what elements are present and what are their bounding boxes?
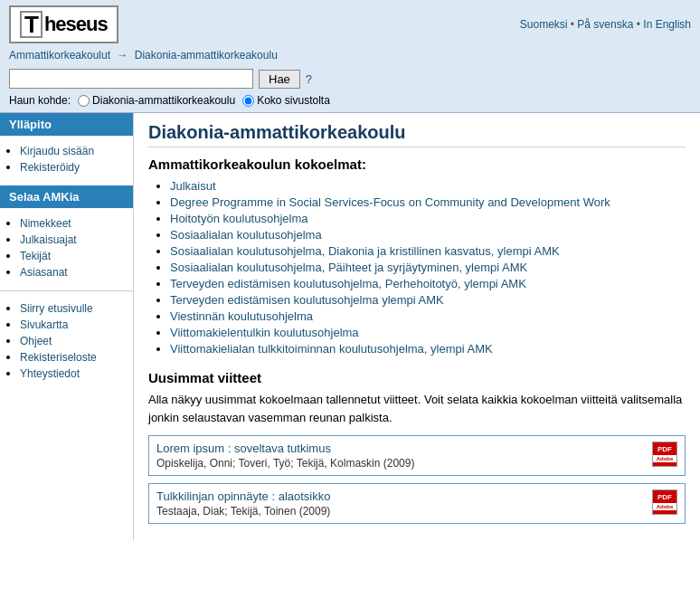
ref-card-left: Tulkkilinjan opinnäyte : alaotsikko Test… [156,489,645,518]
list-item: Tekijät [20,249,133,262]
lang-suomeksi[interactable]: Suomeksi [520,18,568,31]
list-item: Julkaisuajat [20,233,133,246]
pdf-icon[interactable]: PDF Adobe [652,442,677,467]
list-item: Sosiaalialan koulutusohjelma, Päihteet j… [170,261,686,274]
ref-card-left: Lorem ipsum : soveltava tutkimus Opiskel… [156,442,645,470]
main-layout: Ylläpito Kirjaudu sisään Rekisteröidy Se… [0,113,700,540]
scope-option2-radio[interactable] [242,95,254,107]
collections-list: Julkaisut Degree Programme in Social Ser… [148,179,686,356]
list-item: Julkaisut [170,179,686,193]
collection-viittomakieli[interactable]: Viittomakielentulkin koulutusohjelma [170,326,359,339]
nav-list: Siirry etusivulle Sivukartta Ohjeet Reki… [0,297,133,385]
collections-heading: Ammattikorkeakoulun kokoelmat: [148,157,686,172]
ref-title-link[interactable]: Tulkkilinjan opinnäyte : alaotsikko [156,489,330,503]
search-input[interactable] [9,69,253,89]
rekisteroidy-link[interactable]: Rekisteröidy [20,161,80,174]
list-item: Sosiaalialan koulutusohjelma, Diakonia j… [170,244,686,258]
newest-heading: Uusimmat viitteet [148,370,686,385]
list-item: Degree Programme in Social Services-Focu… [170,195,686,209]
logo-text: heseus [44,13,108,36]
list-item: Yhteystiedot [20,366,133,380]
adobe-label: Adobe [653,503,676,510]
asiasanat-link[interactable]: Asiasanat [20,266,68,279]
list-item: Terveyden edistämisen koulutusohjelma yl… [170,293,686,307]
tekijat-link[interactable]: Tekijät [20,250,51,262]
list-item: Rekisteröidy [20,160,133,174]
pdf-label: PDF [657,494,672,501]
ref-title-link[interactable]: Lorem ipsum : soveltava tutkimus [156,442,331,455]
lang-english[interactable]: In English [643,18,691,31]
collection-hoitotyo[interactable]: Hoitotyön koulutusohjelma [170,212,307,225]
rekisteriseloste-link[interactable]: Rekisteriseloste [20,351,97,364]
sivukartta-link[interactable]: Sivukartta [20,318,68,331]
breadcrumb-current[interactable]: Diakonia-ammattikorkeakoulu [135,49,278,62]
ref-meta: Opiskelija, Onni; Toveri, Työ; Tekijä, K… [156,457,645,470]
collection-sosiaaliala-paihteet[interactable]: Sosiaalialan koulutusohjelma, Päihteet j… [170,261,527,274]
list-item: Asiasanat [20,265,133,279]
help-link[interactable]: ? [306,72,312,86]
scope-option1-radio[interactable] [78,95,90,107]
list-item: Terveyden edistämisen koulutusohjelma, P… [170,277,686,290]
scope-option2-label[interactable]: Koko sivustolta [242,94,330,107]
search-bar: Hae ? [9,65,691,94]
list-item: Sosiaalialan koulutusohjelma [170,228,686,242]
page-title: Diakonia-ammattikorkeakoulu [148,122,686,147]
top-bar: Theseus Suomeksi • På svenska • In Engli… [0,0,700,113]
lang-svenska[interactable]: På svenska [577,18,633,31]
list-item: Rekisteriseloste [20,350,133,364]
header-row: Theseus Suomeksi • På svenska • In Engli… [9,5,691,43]
list-item: Siirry etusivulle [20,301,133,315]
pdf-icon[interactable]: PDF Adobe [652,489,677,515]
selaa-title: Selaa AMKia [0,185,133,208]
scope-label: Haun kohde: [9,94,71,107]
pdf-label: PDF [657,446,672,453]
yllapito-list: Kirjaudu sisään Rekisteröidy [0,139,133,178]
ohjeet-link[interactable]: Ohjeet [20,335,52,347]
scope-option1-text: Diakonia-ammattikorkeakoulu [92,94,235,107]
yllapito-title: Ylläpito [0,113,133,136]
collection-viestinta[interactable]: Viestinnän koulutusohjelma [170,309,313,323]
breadcrumb-separator: → [117,49,128,62]
list-item: Viittomakielialan tulkkitoiminnan koulut… [170,342,686,356]
collection-sosiaaliala[interactable]: Sosiaalialan koulutusohjelma [170,228,322,242]
collection-sosiaaliala-diakonia[interactable]: Sosiaalialan koulutusohjelma, Diakonia j… [170,244,560,258]
collection-julkaisut[interactable]: Julkaisut [170,179,216,193]
selaa-list: Nimekkeet Julkaisuajat Tekijät Asiasanat [0,212,133,283]
list-item: Ohjeet [20,334,133,347]
sidebar: Ylläpito Kirjaudu sisään Rekisteröidy Se… [0,113,134,540]
logo: Theseus [9,5,118,43]
list-item: Sivukartta [20,318,133,331]
etusivu-link[interactable]: Siirry etusivulle [20,302,93,315]
search-button[interactable]: Hae [259,70,300,89]
ref-meta: Testaaja, Diak; Tekijä, Toinen (2009) [156,505,645,518]
newest-section: Uusimmat viitteet Alla näkyy uusimmat ko… [148,370,686,524]
ref-card: Lorem ipsum : soveltava tutkimus Opiskel… [148,435,686,476]
breadcrumb: Ammattikorkeakoulut → Diakonia-ammattiko… [9,47,691,65]
scope-option1-label[interactable]: Diakonia-ammattikorkeakoulu [78,94,235,107]
collection-viittomakieli-ylempi[interactable]: Viittomakielialan tulkkitoiminnan koulut… [170,342,493,356]
julkaisuajat-link[interactable]: Julkaisuajat [20,233,77,246]
adobe-label: Adobe [653,455,676,462]
ref-card: Tulkkilinjan opinnäyte : alaotsikko Test… [148,483,686,524]
collection-terveys-perhe[interactable]: Terveyden edistämisen koulutusohjelma, P… [170,277,526,290]
sidebar-divider [0,290,133,291]
list-item: Kirjaudu sisään [20,144,133,157]
nimekkeet-link[interactable]: Nimekkeet [20,217,71,230]
collection-degree[interactable]: Degree Programme in Social Services-Focu… [170,195,610,209]
yhteystiedot-link[interactable]: Yhteystiedot [20,367,80,380]
list-item: Nimekkeet [20,216,133,230]
lang-links: Suomeksi • På svenska • In English [520,18,691,31]
kirjaudu-link[interactable]: Kirjaudu sisään [20,145,94,157]
list-item: Viittomakielentulkin koulutusohjelma [170,326,686,339]
scope-option2-text: Koko sivustolta [257,94,330,107]
list-item: Viestinnän koulutusohjelma [170,309,686,323]
newest-description: Alla näkyy uusimmat kokoelmaan tallennet… [148,391,686,426]
list-item: Hoitotyön koulutusohjelma [170,212,686,225]
search-scope: Haun kohde: Diakonia-ammattikorkeakoulu … [9,94,691,112]
collection-terveys-ylempi[interactable]: Terveyden edistämisen koulutusohjelma yl… [170,293,444,307]
content-area: Diakonia-ammattikorkeakoulu Ammattikorke… [134,113,700,540]
breadcrumb-home[interactable]: Ammattikorkeakoulut [9,49,110,62]
logo-t: T [20,11,43,38]
